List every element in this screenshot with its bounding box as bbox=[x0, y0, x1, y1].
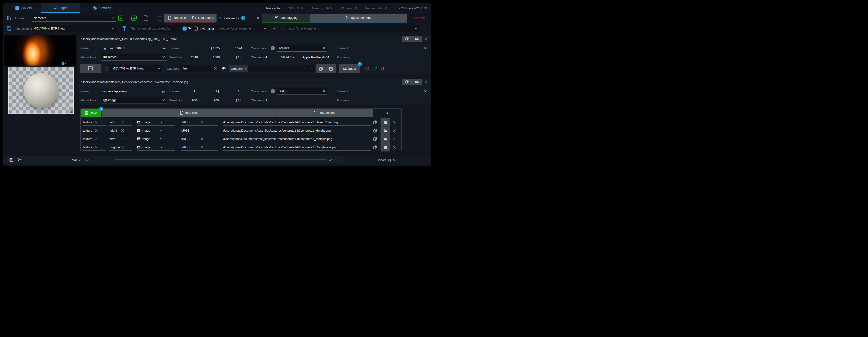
colorspace-input[interactable] bbox=[279, 46, 321, 50]
copy-texture-icon[interactable] bbox=[373, 137, 377, 141]
open-session-folder-icon[interactable] bbox=[18, 158, 22, 162]
clear-channel-icon[interactable] bbox=[121, 146, 132, 148]
remove-tag-icon[interactable] bbox=[245, 67, 247, 70]
texture-colorspace-cell[interactable]: sRGB bbox=[181, 135, 218, 142]
proxy-status-icon[interactable] bbox=[365, 67, 369, 71]
copy-element-button[interactable] bbox=[402, 36, 412, 42]
remove-texture-icon[interactable] bbox=[393, 129, 396, 132]
clear-colorspace-icon[interactable] bbox=[200, 146, 218, 148]
invert-filter-checkbox[interactable] bbox=[194, 26, 198, 30]
clear-type-icon[interactable] bbox=[95, 121, 106, 123]
remove-texture-icon[interactable] bbox=[393, 138, 396, 140]
remove-element-icon[interactable] bbox=[422, 79, 430, 85]
hold-status-icon[interactable] bbox=[381, 66, 385, 71]
clear-colorspace-icon[interactable] bbox=[200, 121, 218, 123]
open-texture-folder-button[interactable] bbox=[380, 127, 390, 135]
edit-status-icon[interactable] bbox=[373, 67, 377, 71]
texture-load-files-button[interactable]: load files bbox=[101, 109, 276, 117]
copy-texture-icon[interactable] bbox=[373, 129, 377, 133]
texture-channel-cell[interactable]: extra bbox=[108, 135, 132, 142]
copy-texture-icon[interactable] bbox=[373, 145, 377, 149]
thumbnail-concrete-preview[interactable] bbox=[8, 67, 74, 114]
tag-chip-campfire[interactable]: campfire bbox=[229, 65, 249, 72]
clear-colorspace-icon[interactable] bbox=[323, 90, 326, 92]
element-transcoding-select[interactable]: MOV 709 to EXR linear bbox=[111, 65, 162, 72]
filter-enabled-checkbox[interactable] bbox=[183, 26, 187, 30]
clear-search-icon[interactable] bbox=[176, 27, 178, 30]
clear-channel-icon[interactable] bbox=[121, 121, 132, 123]
copy-element-button[interactable] bbox=[402, 79, 412, 85]
clear-category-icon[interactable] bbox=[214, 67, 217, 70]
thumbnail-button[interactable] bbox=[80, 64, 101, 73]
texture-type-cell[interactable]: texture bbox=[83, 135, 106, 142]
resolution-width-value[interactable]: 900 bbox=[185, 99, 204, 102]
tab-gallery[interactable]: Gallery bbox=[6, 3, 41, 13]
texture-type-cell[interactable]: texture bbox=[83, 144, 106, 151]
clear-channel-icon[interactable] bbox=[121, 138, 132, 140]
close-session-tab-icon[interactable] bbox=[257, 17, 259, 19]
clear-category-icon[interactable] bbox=[281, 27, 284, 30]
eye-icon[interactable] bbox=[424, 90, 428, 92]
ingest-elements-button[interactable]: ingest elements bbox=[310, 13, 407, 22]
open-texture-folder-button[interactable] bbox=[380, 143, 390, 151]
session-tab-vfx-elements[interactable]: VFX elements 1 bbox=[217, 13, 262, 22]
clear-type-icon[interactable] bbox=[95, 138, 106, 140]
texture-colorspace-cell[interactable]: sRGB bbox=[181, 144, 218, 151]
clear-type-icon[interactable] bbox=[95, 129, 106, 132]
resolution-height-value[interactable]: 1080 bbox=[207, 55, 226, 59]
texture-media-type-select[interactable]: image bbox=[137, 144, 175, 151]
name-value[interactable]: concrete1-preview bbox=[101, 89, 127, 93]
texture-colorspace-cell[interactable]: sRGB bbox=[181, 127, 218, 134]
frames-end-value[interactable]: 1 bbox=[229, 89, 248, 93]
eye-icon[interactable] bbox=[424, 47, 428, 50]
load-folders-button[interactable]: load folders bbox=[190, 13, 216, 22]
open-texture-folder-button[interactable] bbox=[380, 118, 390, 127]
clear-tags-icon[interactable] bbox=[304, 67, 306, 70]
open-folder-button[interactable] bbox=[412, 36, 422, 42]
file-warning-icon[interactable] bbox=[144, 15, 149, 21]
transcoding-select[interactable]: MOV 709 to EXR linear bbox=[32, 25, 116, 32]
frames-start-value[interactable]: 0 bbox=[185, 47, 204, 50]
texture-media-type-select[interactable]: image bbox=[137, 135, 175, 142]
media-type-select[interactable]: image bbox=[101, 96, 167, 104]
show-sequences-icon[interactable] bbox=[131, 15, 137, 21]
open-texture-folder-button[interactable] bbox=[380, 135, 390, 143]
category-all-select[interactable]: category for all elements ... bbox=[216, 25, 268, 32]
load-files-button[interactable]: load files bbox=[164, 13, 190, 22]
texture-load-folders-button[interactable]: load folders bbox=[276, 109, 373, 117]
folder-outline-icon[interactable] bbox=[156, 16, 162, 21]
select-all-checkbox[interactable] bbox=[86, 158, 89, 162]
clear-colorspace-icon[interactable] bbox=[200, 129, 218, 132]
ignore-label[interactable]: ignore [0] bbox=[378, 158, 391, 162]
info-icon[interactable] bbox=[271, 89, 275, 93]
texture-colorspace-cell[interactable]: sRGB bbox=[181, 119, 218, 126]
texture-type-cell[interactable]: texture bbox=[83, 119, 106, 126]
frames-end-value[interactable]: 1324 bbox=[229, 47, 248, 50]
frames-start-value[interactable]: 1 bbox=[185, 89, 204, 93]
copy-texture-icon[interactable] bbox=[373, 120, 377, 124]
chevrons-up-icon[interactable] bbox=[393, 159, 396, 162]
tab-settings[interactable]: Settings bbox=[80, 3, 124, 13]
tags-all-select[interactable] bbox=[287, 25, 419, 32]
clear-channel-icon[interactable] bbox=[121, 129, 132, 132]
texture-type-cell[interactable]: texture bbox=[83, 127, 106, 134]
thumbnail-fire-element[interactable] bbox=[4, 35, 76, 66]
paste-settings-button[interactable] bbox=[326, 64, 336, 73]
tags-all-input[interactable] bbox=[289, 27, 412, 30]
auto-tagging-button[interactable]: auto tagging bbox=[262, 13, 310, 22]
clear-cache-button[interactable]: clear cache bbox=[265, 6, 280, 10]
open-folder-button[interactable] bbox=[412, 79, 422, 85]
save-texture-set-button[interactable]: save bbox=[81, 109, 101, 117]
save-session-icon[interactable] bbox=[9, 158, 13, 162]
clear-colorspace-icon[interactable] bbox=[200, 138, 218, 140]
info-icon[interactable] bbox=[271, 46, 275, 51]
texture-channel-cell[interactable]: height bbox=[108, 127, 132, 134]
retranscode-icon[interactable] bbox=[104, 66, 109, 71]
remove-texture-icon[interactable] bbox=[393, 121, 396, 124]
tab-ingest[interactable]: Ingest bbox=[41, 3, 80, 13]
element-tags-input[interactable] bbox=[250, 67, 302, 70]
colorspace-input[interactable] bbox=[279, 89, 321, 93]
texture-media-type-select[interactable]: image bbox=[137, 127, 175, 134]
texture-channel-cell[interactable]: roughness bbox=[108, 144, 132, 151]
texture-media-type-select[interactable]: image bbox=[137, 119, 175, 126]
